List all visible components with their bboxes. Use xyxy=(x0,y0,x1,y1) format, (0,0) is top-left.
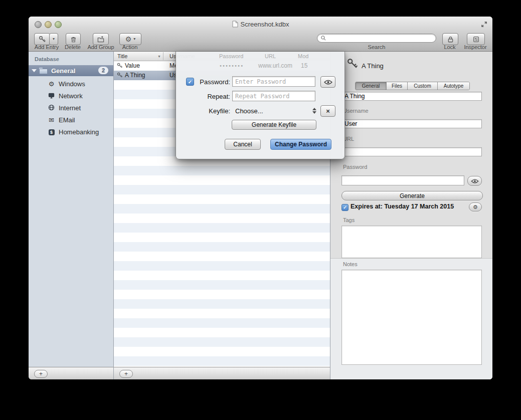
minimize-button[interactable] xyxy=(45,21,52,28)
sidebar-item-email[interactable]: ✉ EMail xyxy=(29,114,113,125)
app-window: Screenshot.kdbx ▾ Add Entry Delete Add G… xyxy=(29,17,492,379)
entry-password: •••••••• xyxy=(219,63,243,69)
banking-icon: $ xyxy=(48,128,55,136)
add-group-button[interactable] xyxy=(93,33,109,45)
inspector-button[interactable] xyxy=(467,33,485,45)
bottom-bar: + + xyxy=(29,367,330,379)
monitor-icon xyxy=(48,92,55,100)
inspector-entry-title: A Thing xyxy=(362,62,384,70)
tab-general[interactable]: General xyxy=(356,82,387,90)
fullscreen-icon[interactable] xyxy=(481,21,487,30)
add-entry-label: Add Entry xyxy=(31,44,63,50)
key-icon xyxy=(39,36,46,43)
sheet-keyfile-label: Keyfile: xyxy=(195,107,230,115)
generate-button[interactable]: Generate xyxy=(341,191,483,200)
eye-icon xyxy=(324,80,332,85)
action-label: Action xyxy=(119,44,140,50)
keyfile-popup-button[interactable]: Choose... xyxy=(235,107,263,115)
notes-field[interactable] xyxy=(341,270,482,365)
disclosure-triangle-icon[interactable] xyxy=(32,69,37,72)
reveal-password-button[interactable] xyxy=(320,76,335,88)
sidebar-group-general[interactable]: General 2 xyxy=(29,65,113,76)
toolbar: ▾ Add Entry Delete Add Group ⚙ ▾ Action … xyxy=(29,32,492,52)
expires-label: Expires at: Tuesday 17 March 2015 xyxy=(351,203,454,210)
column-separator[interactable] xyxy=(163,52,163,60)
username-field[interactable] xyxy=(341,119,482,128)
sidebar: Database General 2 ⚙ Windows Network xyxy=(29,52,113,367)
change-password-button[interactable]: Change Password xyxy=(270,139,331,150)
sidebar-header: Database xyxy=(35,56,59,62)
document-icon xyxy=(232,21,238,28)
sheet-repeat-input[interactable] xyxy=(232,91,315,101)
column-header-modified[interactable]: Mod xyxy=(298,53,308,59)
sheet-password-input[interactable] xyxy=(232,76,315,87)
password-checkbox[interactable]: ✓ xyxy=(186,78,194,86)
search-field[interactable] xyxy=(317,34,436,43)
column-header-url[interactable]: URL xyxy=(265,53,276,59)
sidebar-item-label: Internet xyxy=(59,104,81,112)
lock-icon xyxy=(447,36,454,43)
entry-title: Value xyxy=(125,62,140,69)
sidebar-item-label: Network xyxy=(59,92,83,100)
sidebar-item-homebanking[interactable]: $ Homebanking xyxy=(29,126,113,137)
tags-label: Tags xyxy=(343,217,355,223)
password-field[interactable] xyxy=(341,175,464,185)
tags-field[interactable] xyxy=(341,226,482,258)
tab-custom[interactable]: Custom xyxy=(408,82,438,90)
inspector-label: Inspector xyxy=(459,44,491,50)
expires-checkbox[interactable]: ✓ xyxy=(341,204,349,211)
cancel-button[interactable]: Cancel xyxy=(225,139,261,150)
expires-gear-button[interactable]: ⚙ xyxy=(469,202,482,212)
add-entry-dropdown-button[interactable]: ▾ xyxy=(49,33,58,45)
add-entry-button[interactable] xyxy=(34,33,50,45)
title-field[interactable] xyxy=(341,92,482,101)
desktop: Screenshot.kdbx ▾ Add Entry Delete Add G… xyxy=(0,0,521,420)
gear-icon: ⚙ xyxy=(125,36,132,43)
add-group-plus-button[interactable]: + xyxy=(34,370,48,378)
sheet-password-label: Password: xyxy=(195,78,230,86)
eye-icon xyxy=(471,179,479,183)
folder-plus-icon xyxy=(97,35,105,43)
sidebar-item-label: Windows xyxy=(59,80,85,88)
inspector-tabs: General Files Custom Autotype xyxy=(355,82,470,90)
group-count-badge: 2 xyxy=(98,67,108,74)
sidebar-divider[interactable] xyxy=(113,52,114,379)
inspector-panel-icon xyxy=(472,36,480,43)
search-input[interactable] xyxy=(328,34,433,42)
gear-icon: ⚙ xyxy=(473,204,478,210)
lock-button[interactable] xyxy=(442,33,458,45)
action-button[interactable]: ⚙ ▾ xyxy=(119,33,141,45)
delete-label: Delete xyxy=(59,44,87,50)
url-field[interactable] xyxy=(341,147,482,156)
generate-keyfile-button[interactable]: Generate Keyfile xyxy=(232,120,316,130)
reveal-password-button[interactable] xyxy=(467,176,482,186)
sidebar-item-internet[interactable]: Internet xyxy=(29,102,113,113)
envelope-icon: ✉ xyxy=(48,117,55,123)
username-label: Username xyxy=(343,108,369,114)
tab-autotype[interactable]: Autotype xyxy=(438,82,469,90)
plus-icon: + xyxy=(39,371,43,377)
column-header-password[interactable]: Password xyxy=(219,53,243,59)
tab-files[interactable]: Files xyxy=(387,82,408,90)
sidebar-item-network[interactable]: Network xyxy=(29,90,113,101)
sort-arrow-icon: ▼ xyxy=(157,55,161,58)
inspector-panel: A Thing General Files Custom Autotype Us… xyxy=(330,52,492,379)
popup-stepper-icon[interactable] xyxy=(312,108,316,114)
chevron-down-icon: ▾ xyxy=(133,37,135,41)
entry-url: www.url.com xyxy=(258,62,292,69)
sidebar-item-windows[interactable]: ⚙ Windows xyxy=(29,78,113,89)
notes-section: Notes xyxy=(330,258,492,379)
clear-keyfile-button[interactable]: × xyxy=(320,105,335,117)
close-button[interactable] xyxy=(35,21,42,28)
key-icon xyxy=(346,58,359,72)
zoom-button[interactable] xyxy=(55,21,62,28)
titlebar: Screenshot.kdbx xyxy=(29,17,492,32)
gear-icon: ⚙ xyxy=(48,81,55,87)
column-header-title[interactable]: Title xyxy=(117,53,127,59)
close-x-icon: × xyxy=(326,107,330,115)
sidebar-item-label: EMail xyxy=(59,116,75,124)
sidebar-item-label: Homebanking xyxy=(59,128,99,136)
add-group-label: Add Group xyxy=(85,44,116,50)
add-entry-plus-button[interactable]: + xyxy=(119,370,133,378)
delete-button[interactable] xyxy=(66,33,81,45)
